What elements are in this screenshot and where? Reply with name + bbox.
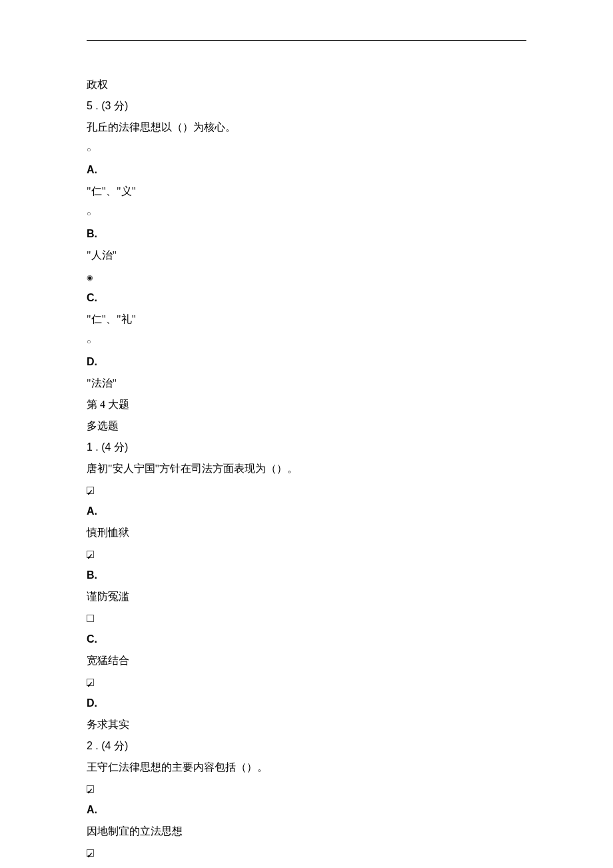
m1-checkbox-a[interactable] [87,487,94,494]
m1-b-text: 谨防冤滥 [87,586,526,607]
q5-a-text: "仁"、"义" [87,181,526,202]
m1-d-text: 务求其实 [87,714,526,735]
m1-a-label: A. [87,501,526,522]
q5-b-text: "人治" [87,245,526,266]
m1-b-label: B. [87,565,526,586]
q4-carry-text: 政权 [87,74,526,95]
q5-c-label: C. [87,287,526,309]
q5-header: 5 . (3 分) [87,95,526,117]
m1-d-label: D. [87,693,526,714]
m2-a-text: 因地制宜的立法思想 [87,821,526,842]
q5-radio-a[interactable] [87,140,91,159]
q5-c-text: "仁"、"礼" [87,309,526,330]
q5-radio-c[interactable] [87,268,93,287]
m2-b-label: B. [87,863,526,868]
q5-d-label: D. [87,351,526,373]
section4-subtitle: 多选题 [87,415,526,437]
q5-radio-d[interactable] [87,332,91,351]
m2-a-label: A. [87,799,526,821]
m1-a-text: 慎刑恤狱 [87,522,526,543]
q5-a-label: A. [87,159,526,181]
m1-c-label: C. [87,629,526,650]
m1-c-text: 宽猛结合 [87,650,526,671]
m1-checkbox-d[interactable] [87,679,94,686]
m2-checkbox-a[interactable] [87,785,94,793]
m1-checkbox-c[interactable] [87,615,94,622]
q5-stem: 孔丘的法律思想以（）为核心。 [87,117,526,138]
m2-header: 2 . (4 分) [87,735,526,757]
q5-radio-b[interactable] [87,204,91,223]
top-rule [87,40,526,41]
q5-d-text: "法治" [87,373,526,394]
m2-stem: 王守仁法律思想的主要内容包括（）。 [87,757,526,778]
m1-checkbox-b[interactable] [87,551,94,558]
m2-checkbox-b[interactable] [87,849,94,857]
q5-b-label: B. [87,223,526,245]
m1-stem: 唐初"安人宁国"方针在司法方面表现为（）。 [87,458,526,479]
page: 政权 5 . (3 分) 孔丘的法律思想以（）为核心。 A. "仁"、"义" B… [0,0,613,868]
m1-header: 1 . (4 分) [87,437,526,458]
section4-title: 第 4 大题 [87,394,526,415]
